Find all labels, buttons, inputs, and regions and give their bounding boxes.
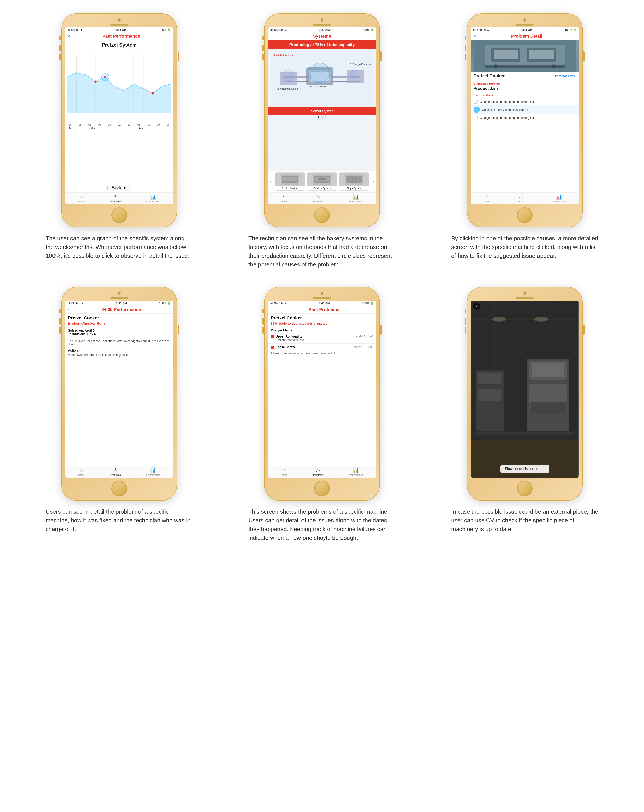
prob-item-1[interactable]: Loose Screw March 15, 15:00 (268, 343, 376, 351)
back-btn-5[interactable]: < (271, 307, 273, 312)
next-arrow[interactable]: > (371, 178, 375, 185)
checkbox-2[interactable] (473, 116, 478, 120)
svg-rect-51 (529, 50, 554, 59)
checkbox-1-checked[interactable]: ✓ (473, 107, 480, 113)
svg-rect-37 (283, 177, 297, 182)
svg-marker-15 (67, 73, 171, 113)
home-icon-2: ⌂ (283, 194, 286, 200)
chips-machine-icon (345, 174, 363, 185)
screen-body-2: Producing at 75% of total capacity (268, 40, 376, 192)
system-title-1: Pretzel System (65, 40, 173, 49)
phone-2: all Sketch ▲ 9:41 AM 100% 🔋 Systems (264, 14, 380, 227)
nav-problems-1[interactable]: ⚠ Problems (110, 194, 120, 203)
carrier-2: all Sketch (270, 28, 283, 31)
bottom-nav-4: ⌂ Home ⚠ Problems 📊 Performance (65, 466, 173, 478)
battery-icon-5: 🔋 (370, 301, 374, 305)
card-cookie[interactable]: Cookie System (275, 172, 306, 191)
perf-icon-3: 📊 (556, 194, 562, 200)
action-item-0[interactable]: Change the speed of the upper forcing ro… (471, 98, 579, 105)
action-item-2[interactable]: Change the speed of the upper forcing ro… (471, 114, 579, 121)
nav-home-3[interactable]: ⌂ Home (484, 194, 490, 203)
nav-perf-1[interactable]: 📊 Performance (146, 194, 160, 203)
phone-3: all Sketch ▲ 9:41 AM 100% 🔋 < Problem De… (467, 14, 583, 227)
card-cracker[interactable]: Cracker System (307, 172, 337, 191)
home-btn-5[interactable] (314, 481, 330, 496)
phone-6-screen: × (471, 301, 579, 478)
desc-1: The user can see a graph of the specific… (41, 234, 197, 260)
power-btn-4 (178, 325, 179, 335)
x-label: 25 (79, 123, 81, 126)
home-btn-1[interactable] (111, 208, 127, 223)
back-btn-4[interactable]: < (68, 307, 71, 312)
wifi-icon-4: ▲ (81, 301, 84, 305)
prev-arrow[interactable]: < (269, 178, 273, 185)
screen-title-2: Systems (271, 34, 373, 39)
problems-icon-4: ⚠ (113, 467, 118, 473)
nav-perf-2[interactable]: 📊 Performance (349, 194, 363, 203)
prob-item-0[interactable]: Upper Roll quality April 05, 11:00 Broke… (268, 333, 376, 343)
svg-point-29 (283, 70, 294, 81)
nav-home-5[interactable]: ⌂ Home (281, 467, 288, 476)
week-selector-1[interactable]: Week ▼ (65, 183, 173, 192)
dot-1[interactable] (318, 116, 319, 118)
card-chips[interactable]: Chips System (339, 172, 370, 191)
week-btn-1[interactable]: Week ▼ (107, 185, 131, 191)
home-btn-4[interactable] (111, 481, 127, 496)
time-4: 9:41 AM (116, 301, 127, 305)
broken-label-4: Broken Chunker Rolls (65, 321, 173, 327)
battery-1: 100% (159, 28, 166, 31)
vol-up-btn-3 (465, 44, 466, 51)
battery-icon-1: 🔋 (167, 28, 171, 31)
nav-perf-5[interactable]: 📊 Performance (349, 467, 363, 476)
svg-rect-68 (530, 385, 567, 403)
time-5: 9:41 AM (319, 301, 330, 305)
carrier-5: all Sketch (270, 301, 283, 305)
home-btn-6[interactable] (517, 481, 533, 496)
back-btn-3[interactable]: < (473, 34, 476, 39)
speaker-6 (516, 297, 534, 299)
capacity-banner-2: Producing at 75% of total capacity (268, 40, 376, 49)
svg-rect-74 (478, 389, 501, 401)
speaker-3 (516, 24, 534, 26)
cv-close-btn-6[interactable]: × (473, 303, 480, 310)
vol-up-btn-5 (262, 318, 263, 325)
prob-name-0: Upper Roll quality (276, 335, 354, 338)
nav-label-problems-3: Problems (516, 200, 526, 203)
nav-perf-3[interactable]: 📊 Performance (552, 194, 566, 203)
nav-problems-5[interactable]: ⚠ Problems (313, 467, 323, 476)
action-item-1[interactable]: ✓ Check the quality of the flow control (471, 105, 579, 114)
systems-svg: 3. Omega Dispenser 1. Pretzel Cooker 2. … (268, 49, 376, 107)
chevron-down-icon: ▼ (123, 186, 126, 190)
nav-home-1[interactable]: ⌂ Home (78, 194, 85, 203)
solved-on-4: Solved on: April 5th (68, 329, 171, 332)
nav-problems-3[interactable]: ⚠ Problems (516, 194, 526, 203)
phones-row-1: all Sketch ▲ 9:41 AM 100% 🔋 < Past Perfo… (18, 14, 626, 269)
speaker-2 (313, 24, 331, 26)
nav-label-perf-1: Performance (146, 200, 160, 203)
time-3: 9:41 AM (521, 28, 532, 31)
vol-down-btn-4 (59, 327, 61, 334)
svg-point-62 (534, 317, 548, 322)
svg-rect-71 (531, 402, 566, 414)
dot-2[interactable] (321, 116, 323, 118)
cracker-machine-icon (313, 174, 331, 185)
front-camera (118, 20, 120, 22)
home-btn-3[interactable] (517, 208, 533, 223)
nav-home-4[interactable]: ⌂ Home (78, 467, 85, 476)
phone-col-2: all Sketch ▲ 9:41 AM 100% 🔋 Systems (226, 14, 418, 269)
nav-problems-4[interactable]: ⚠ Problems (110, 467, 120, 476)
home-btn-2[interactable] (314, 208, 330, 223)
phone-1-screen: all Sketch ▲ 9:41 AM 100% 🔋 < Past Perfo… (65, 27, 173, 204)
screen-title-1: Past Performance (72, 34, 171, 39)
nav-problems-2[interactable]: ⚠ Problems (313, 194, 323, 203)
checkbox-0[interactable] (473, 100, 478, 104)
vol-down-btn-5 (262, 327, 263, 334)
problems-icon-5: ⚠ (316, 467, 320, 473)
nav-home-2[interactable]: ⌂ Home (281, 194, 288, 203)
front-camera-2 (321, 20, 323, 22)
cv-factory-img-6 (471, 301, 579, 478)
back-btn-1[interactable]: < (68, 34, 71, 39)
nav-perf-4[interactable]: 📊 Performance (146, 467, 160, 476)
past-problems-link-3[interactable]: Past problems > (555, 74, 576, 78)
dot-3[interactable] (325, 116, 326, 118)
